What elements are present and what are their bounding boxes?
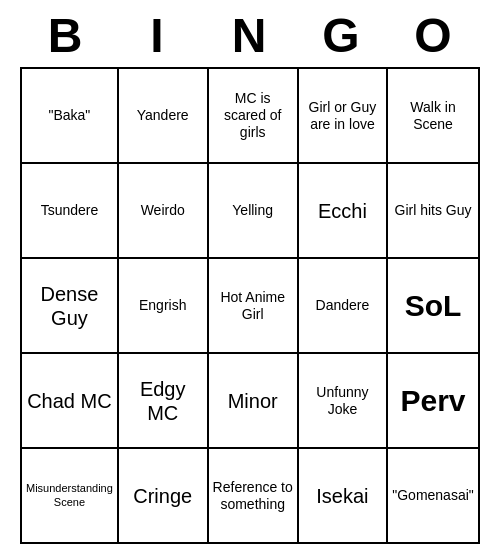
cell-r3-c4: Perv (387, 353, 479, 448)
cell-r0-c2: MC is scared of girls (208, 68, 298, 163)
cell-r4-c2: Reference to something (208, 448, 298, 543)
cell-r4-c4: "Gomenasai" (387, 448, 479, 543)
bingo-title: B I N G O (20, 0, 480, 67)
cell-r2-c0: Dense Guy (21, 258, 118, 353)
cell-r3-c3: Unfunny Joke (298, 353, 387, 448)
cell-r1-c3: Ecchi (298, 163, 387, 258)
cell-r1-c2: Yelling (208, 163, 298, 258)
cell-r4-c1: Cringe (118, 448, 208, 543)
cell-r4-c3: Isekai (298, 448, 387, 543)
cell-r0-c0: "Baka" (21, 68, 118, 163)
cell-r2-c1: Engrish (118, 258, 208, 353)
cell-r3-c0: Chad MC (21, 353, 118, 448)
title-letter-n: N (204, 8, 296, 63)
cell-r2-c2: Hot Anime Girl (208, 258, 298, 353)
cell-r2-c3: Dandere (298, 258, 387, 353)
cell-r4-c0: Misunderstanding Scene (21, 448, 118, 543)
title-letter-b: B (20, 8, 112, 63)
cell-r0-c4: Walk in Scene (387, 68, 479, 163)
title-letter-o: O (388, 8, 480, 63)
title-letter-g: G (296, 8, 388, 63)
cell-r1-c4: Girl hits Guy (387, 163, 479, 258)
cell-r2-c4: SoL (387, 258, 479, 353)
cell-r1-c0: Tsundere (21, 163, 118, 258)
bingo-grid: "Baka"YandereMC is scared of girlsGirl o… (20, 67, 480, 544)
cell-r0-c1: Yandere (118, 68, 208, 163)
cell-r3-c2: Minor (208, 353, 298, 448)
cell-r0-c3: Girl or Guy are in love (298, 68, 387, 163)
cell-r1-c1: Weirdo (118, 163, 208, 258)
cell-r3-c1: Edgy MC (118, 353, 208, 448)
title-letter-i: I (112, 8, 204, 63)
